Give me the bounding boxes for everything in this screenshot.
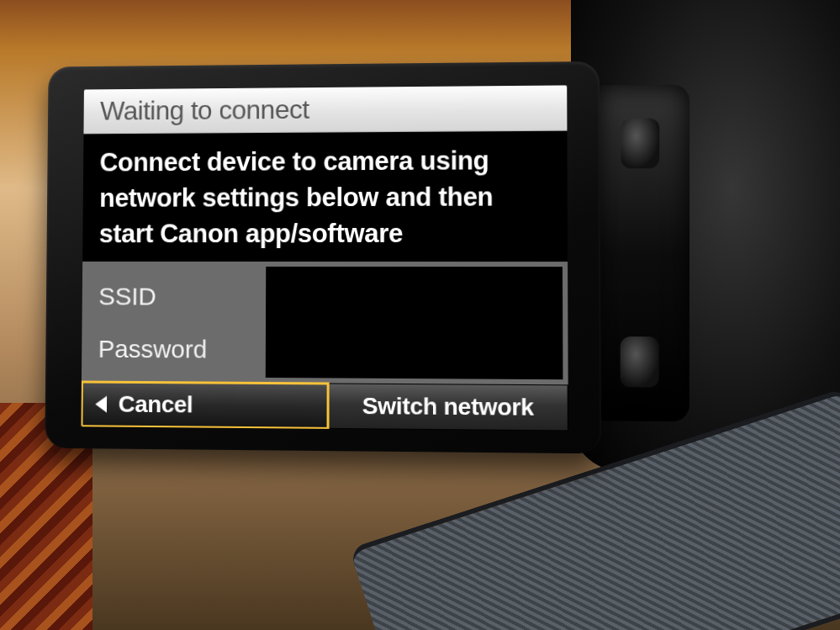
connection-instructions: Connect device to camera using network s… [82,131,568,262]
switch-network-button[interactable]: Switch network [329,383,568,431]
camera-lcd-screen: Waiting to connect Connect device to cam… [81,85,568,431]
switch-network-button-label: Switch network [362,393,534,421]
lcd-hinge [589,84,690,421]
cancel-button-label: Cancel [119,391,193,419]
redaction-overlay [266,267,563,379]
network-credentials-panel: SSID Password [82,262,568,384]
lcd-bezel: Waiting to connect Connect device to cam… [45,61,601,453]
button-bar: Cancel Switch network [81,382,568,431]
screen-title: Waiting to connect [83,85,567,134]
cancel-button[interactable]: Cancel [81,382,328,429]
left-triangle-icon [95,396,107,413]
ssid-label: SSID [98,282,156,310]
password-label: Password [98,335,208,363]
